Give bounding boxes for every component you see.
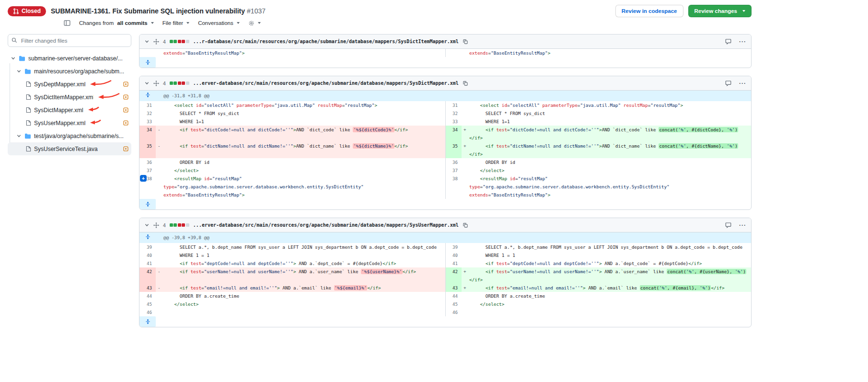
file-menu-button[interactable]: ··· [739, 38, 746, 45]
file-comment-button[interactable] [725, 80, 731, 86]
collapse-file-button[interactable] [144, 222, 150, 228]
tree-folder-item[interactable]: test/java/org/apache/submarine/s... [8, 129, 131, 142]
file-menu-button[interactable]: ··· [739, 222, 746, 229]
code-line: + <if test="email!=null and email!=''"> … [462, 284, 751, 292]
expand-down-button[interactable] [139, 199, 156, 209]
line-number[interactable]: 40 [139, 251, 156, 259]
line-number[interactable]: 40 [445, 251, 462, 259]
line-number[interactable]: 46 [445, 308, 462, 316]
line-number[interactable]: 31 [139, 101, 156, 109]
collapse-file-button[interactable] [144, 81, 150, 86]
diff-row: 43- <if test="email!=null and email!=''"… [139, 284, 751, 292]
conversations-menu[interactable]: Conversations [198, 20, 240, 26]
tree-folder-item[interactable]: submarine-server/server-database/... [8, 52, 131, 65]
expand-hunk-button[interactable] [145, 234, 150, 240]
code-line: SELECT * FROM sys_dict [156, 109, 445, 117]
file-filter-menu[interactable]: File filter [162, 20, 189, 26]
copy-path-button[interactable] [463, 39, 468, 45]
line-number[interactable]: 45 [445, 300, 462, 308]
tree-file-item[interactable]: SysUserMapper.xml [8, 116, 131, 129]
code-line: </select> [462, 166, 751, 174]
line-number[interactable]: 41 [445, 259, 462, 267]
code-line: SELECT a.*, b.dept_name FROM sys_user a … [462, 243, 751, 251]
changes-from-menu[interactable]: Changes from all commits [79, 20, 154, 26]
hunk-gutter [139, 91, 156, 101]
line-number[interactable]: 39 [139, 243, 156, 251]
line-number[interactable]: 37 [139, 166, 156, 174]
diff-row: extends="BaseEntityResultMap">extends="B… [139, 49, 751, 57]
line-number[interactable]: 34 [445, 126, 462, 142]
copy-path-button[interactable] [463, 81, 468, 86]
line-number[interactable]: 32 [139, 109, 156, 117]
expand-hunk-button[interactable] [145, 92, 150, 98]
line-number[interactable]: 41 [139, 259, 156, 267]
diff-file-header: 4...erver-database/src/main/resources/or… [139, 76, 751, 91]
line-number[interactable]: 37 [445, 166, 462, 174]
diff-expand-footer [139, 57, 751, 68]
file-tree-toggle-button[interactable] [64, 20, 70, 26]
annotation-arrow-icon [87, 105, 100, 113]
tree-file-item[interactable]: SysUserServiceTest.java [8, 142, 131, 155]
line-number[interactable]: 35 [139, 142, 156, 158]
file-header-actions: ··· [725, 80, 746, 87]
diff-table: @@ -39,8 +39,8 @@39 SELECT a.*, b.dept_n… [139, 232, 751, 316]
folder-icon [19, 56, 25, 61]
file-filter-input[interactable] [8, 34, 131, 47]
diffstat-square [182, 223, 185, 227]
caret-down-icon [151, 22, 154, 24]
line-number[interactable]: 33 [139, 117, 156, 126]
tree-file-item[interactable]: SysDeptMapper.xml [8, 78, 131, 91]
diff-settings-menu[interactable] [248, 20, 261, 26]
tree-folder-item[interactable]: main/resources/org/apache/subm... [8, 65, 131, 78]
line-number[interactable]: 43 [139, 284, 156, 292]
line-number[interactable]: 34 [139, 126, 156, 142]
file-icon [26, 120, 31, 126]
pull-request-icon [13, 8, 19, 14]
line-number[interactable]: 42 [445, 267, 462, 284]
add-comment-button[interactable]: + [140, 175, 147, 182]
code-line: + <if test="dictName!=null and dictName!… [462, 142, 751, 158]
line-number[interactable]: 46 [139, 308, 156, 316]
commit-scope-label: all commits [117, 20, 147, 26]
line-number[interactable]: 31 [445, 101, 462, 109]
diff-row: 35- <if test="dictName!=null and dictNam… [139, 142, 751, 158]
line-number[interactable]: 36 [139, 158, 156, 166]
diff-row: 38+ <resultMap id="resultMap" type="org.… [139, 174, 751, 199]
code-line: ORDER BY id [156, 158, 445, 166]
line-number[interactable]: 36 [445, 158, 462, 166]
line-number[interactable]: 45 [139, 300, 156, 308]
line-number[interactable] [445, 49, 462, 57]
collapse-file-button[interactable] [144, 39, 150, 44]
diff-row: 39 SELECT a.*, b.dept_name FROM sys_user… [139, 243, 751, 251]
line-number[interactable]: 32 [445, 109, 462, 117]
code-line: - <if test="email!=null and email!=''"> … [156, 284, 445, 292]
diffstat-square [178, 223, 181, 227]
expand-down-button[interactable] [139, 316, 156, 327]
review-changes-button[interactable]: Review changes [688, 5, 752, 17]
file-comment-button[interactable] [725, 222, 731, 228]
line-number[interactable]: 35 [445, 142, 462, 158]
copy-path-button[interactable] [463, 222, 468, 228]
file-icon [26, 146, 31, 152]
modified-file-icon [123, 107, 128, 113]
tree-file-item[interactable]: SysDictItemMapper.xml [8, 91, 131, 104]
file-menu-button[interactable]: ··· [739, 80, 746, 87]
code-line [462, 308, 751, 316]
line-number[interactable]: 42 [139, 267, 156, 284]
line-number[interactable]: 39 [445, 243, 462, 251]
line-number[interactable]: 43 [445, 284, 462, 292]
line-number[interactable]: 44 [445, 292, 462, 300]
tree-item-label: SysDictMapper.xml [34, 107, 83, 114]
line-number[interactable] [139, 49, 156, 57]
code-line: ORDER BY a.create_time [462, 292, 751, 300]
code-line: <if test="deptCode!=null and deptCode!='… [462, 259, 751, 267]
expand-down-button[interactable] [139, 57, 156, 68]
tree-file-item[interactable]: SysDictMapper.xml [8, 104, 131, 116]
line-number[interactable]: 38 [445, 174, 462, 199]
diff-row: 41 <if test="deptCode!=null and deptCode… [139, 259, 751, 267]
line-number[interactable]: 38+ [139, 174, 156, 199]
file-comment-button[interactable] [725, 38, 731, 45]
review-in-codespace-button[interactable]: Review in codespace [615, 5, 683, 17]
line-number[interactable]: 44 [139, 292, 156, 300]
line-number[interactable]: 33 [445, 117, 462, 126]
